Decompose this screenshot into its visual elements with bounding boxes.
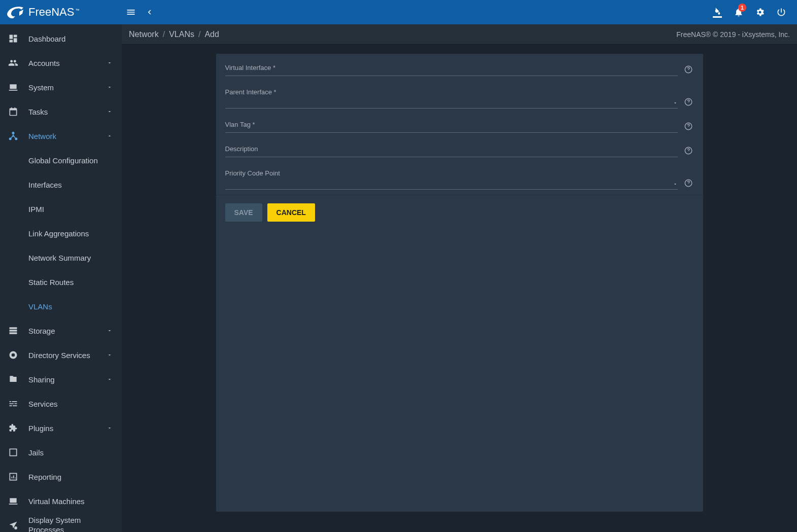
- help-icon[interactable]: [683, 178, 694, 189]
- dashboard-icon: [7, 33, 19, 44]
- nav-label: Reporting: [28, 473, 115, 481]
- nav-label: VLANs: [28, 302, 115, 311]
- network-icon: [7, 131, 19, 141]
- parent-interface-field[interactable]: Parent Interface *: [225, 88, 678, 109]
- nav-label: Interfaces: [28, 181, 115, 189]
- chevron-up-icon: [107, 133, 115, 139]
- shark-logo-icon: [6, 5, 24, 20]
- settings-button[interactable]: [749, 2, 771, 23]
- help-icon[interactable]: [683, 96, 694, 108]
- sidebar-item-network-summary[interactable]: Network Summary: [0, 245, 122, 270]
- sidebar-item-link-aggregations[interactable]: Link Aggregations: [0, 221, 122, 245]
- sidebar-item-reporting[interactable]: Reporting: [0, 465, 122, 489]
- help-icon[interactable]: [683, 145, 694, 156]
- nav-label: Virtual Machines: [28, 497, 115, 506]
- nav-label: Static Routes: [28, 278, 115, 287]
- svg-point-2: [9, 137, 12, 140]
- svg-rect-6: [10, 449, 16, 455]
- sidebar-item-display-processes[interactable]: Display System Processes: [0, 513, 122, 532]
- nav-label: Plugins: [28, 424, 107, 433]
- sidebar-item-tasks[interactable]: Tasks: [0, 99, 122, 124]
- crumb-sep: /: [198, 30, 200, 39]
- sidebar-item-network[interactable]: Network: [0, 124, 122, 148]
- sidebar-item-ipmi[interactable]: IPMI: [0, 197, 122, 221]
- nav-label: Global Configuration: [28, 156, 115, 165]
- chevron-down-icon: [107, 425, 115, 431]
- plugins-icon: [7, 423, 19, 433]
- help-icon[interactable]: [683, 121, 694, 132]
- power-icon: [776, 7, 786, 17]
- crumb-sep: /: [163, 30, 165, 39]
- vm-icon: [7, 496, 19, 506]
- sidebar-item-jails[interactable]: Jails: [0, 440, 122, 465]
- sidebar-item-services[interactable]: Services: [0, 392, 122, 416]
- nav-label: Network: [28, 132, 107, 140]
- brand: FreeNAS™: [0, 0, 122, 24]
- crumb-network[interactable]: Network: [129, 30, 159, 39]
- dropdown-arrow-icon: [673, 182, 678, 187]
- sidebar-item-vlans[interactable]: VLANs: [0, 294, 122, 318]
- virtual-interface-label: Virtual Interface *: [225, 64, 678, 75]
- sidebar-item-static-routes[interactable]: Static Routes: [0, 270, 122, 294]
- theme-button[interactable]: [707, 2, 728, 23]
- reporting-icon: [7, 472, 19, 482]
- nav-label: Accounts: [28, 59, 107, 67]
- chevron-down-icon: [107, 84, 115, 90]
- help-icon[interactable]: [683, 64, 694, 75]
- pcp-field[interactable]: Priority Code Point: [225, 169, 678, 190]
- vlan-tag-field[interactable]: Vlan Tag *: [225, 121, 678, 133]
- brand-tm: ™: [75, 8, 79, 13]
- chevron-down-icon: [107, 376, 115, 382]
- nav-label: IPMI: [28, 205, 115, 214]
- sidebar-item-storage[interactable]: Storage: [0, 318, 122, 343]
- description-field[interactable]: Description: [225, 145, 678, 157]
- sidebar-item-accounts[interactable]: Accounts: [0, 51, 122, 75]
- nav-label: Dashboard: [28, 34, 115, 43]
- sidebar-collapse-button[interactable]: [140, 3, 158, 21]
- chevron-down-icon: [107, 60, 115, 66]
- sidebar-item-directory-services[interactable]: Directory Services: [0, 343, 122, 367]
- main: Network / VLANs / Add FreeNAS® © 2019 - …: [122, 24, 797, 532]
- sidebar-item-plugins[interactable]: Plugins: [0, 416, 122, 440]
- divider: [216, 195, 703, 195]
- description-label: Description: [225, 145, 678, 156]
- nav-label: Jails: [28, 448, 115, 457]
- sidebar: Dashboard Accounts System Tasks Network …: [0, 24, 122, 532]
- nav-label: System: [28, 83, 107, 92]
- storage-icon: [7, 326, 19, 336]
- sidebar-item-virtual-machines[interactable]: Virtual Machines: [0, 489, 122, 513]
- crumb-vlans[interactable]: VLANs: [169, 30, 194, 39]
- svg-point-0: [12, 11, 14, 13]
- dropdown-arrow-icon: [673, 100, 678, 105]
- theme-icon: [713, 7, 722, 18]
- sidebar-item-interfaces[interactable]: Interfaces: [0, 172, 122, 197]
- directory-icon: [7, 350, 19, 360]
- svg-point-7: [14, 526, 17, 529]
- accounts-icon: [7, 58, 19, 68]
- nav-label: Tasks: [28, 108, 107, 116]
- network-subnav: Global Configuration Interfaces IPMI Lin…: [0, 148, 122, 318]
- nav-label: Network Summary: [28, 254, 115, 262]
- nav-label: Directory Services: [28, 351, 107, 360]
- gear-icon: [755, 7, 765, 17]
- nav-label: Display System Processes: [28, 516, 115, 532]
- chevron-down-icon: [107, 328, 115, 334]
- breadcrumb-bar: Network / VLANs / Add FreeNAS® © 2019 - …: [122, 24, 797, 45]
- menu-toggle-button[interactable]: [122, 3, 140, 21]
- power-button[interactable]: [771, 2, 792, 23]
- form-card: Virtual Interface * Parent Interface * V…: [216, 54, 703, 512]
- virtual-interface-field[interactable]: Virtual Interface *: [225, 64, 678, 76]
- system-icon: [7, 82, 19, 92]
- sidebar-item-system[interactable]: System: [0, 75, 122, 99]
- sidebar-item-sharing[interactable]: Sharing: [0, 367, 122, 392]
- save-button[interactable]: SAVE: [225, 203, 262, 222]
- nav-label: Sharing: [28, 375, 107, 384]
- cancel-button[interactable]: CANCEL: [267, 203, 315, 222]
- sidebar-item-dashboard[interactable]: Dashboard: [0, 26, 122, 51]
- notifications-button[interactable]: 1: [728, 2, 749, 23]
- jails-icon: [7, 447, 19, 457]
- breadcrumb: Network / VLANs / Add: [129, 30, 219, 39]
- sidebar-item-global-configuration[interactable]: Global Configuration: [0, 148, 122, 172]
- chevron-left-icon: [145, 8, 154, 17]
- crumb-add[interactable]: Add: [204, 30, 219, 39]
